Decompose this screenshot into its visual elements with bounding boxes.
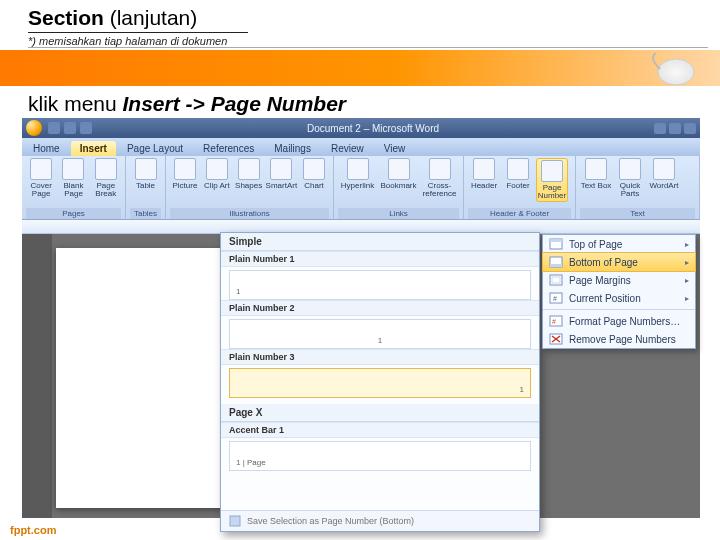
svg-rect-2 [230, 516, 240, 526]
slide-subtitle: *) memisahkan tiap halaman di dokumen [28, 33, 708, 48]
gallery-header-2: Page X [221, 404, 539, 422]
menu-remove-page-numbers[interactable]: Remove Page Numbers [543, 330, 695, 348]
btn-footer[interactable]: Footer [502, 158, 534, 202]
btn-picture[interactable]: Picture [170, 158, 200, 190]
ribbon: Cover Page Blank Page Page Break Pages T… [22, 156, 700, 220]
btn-wordart[interactable]: WordArt [648, 158, 680, 198]
tab-view[interactable]: View [375, 141, 415, 156]
gallery-entry-2[interactable]: 1 [229, 319, 531, 349]
group-pages: Pages [26, 208, 121, 219]
page-number-menu: Top of Page Bottom of Page Page Margins … [542, 234, 696, 349]
mouse-graphic [642, 48, 698, 88]
gallery-entry-1[interactable]: 1 [229, 270, 531, 300]
btn-cover-page[interactable]: Cover Page [26, 158, 56, 198]
btn-smartart[interactable]: SmartArt [266, 158, 298, 190]
svg-rect-6 [550, 264, 562, 267]
gallery-entry-4[interactable]: 1 | Page [229, 441, 531, 471]
btn-table[interactable]: Table [130, 158, 161, 190]
tab-insert[interactable]: Insert [71, 141, 116, 156]
tab-references[interactable]: References [194, 141, 263, 156]
left-gutter [22, 234, 52, 518]
window-controls[interactable] [654, 123, 696, 134]
footer-brand: fppt.com [10, 524, 56, 536]
cursor-icon: # [549, 292, 563, 304]
btn-text-box[interactable]: Text Box [580, 158, 612, 198]
btn-quick-parts[interactable]: Quick Parts [614, 158, 646, 198]
btn-header[interactable]: Header [468, 158, 500, 202]
btn-hyperlink[interactable]: Hyperlink [338, 158, 377, 198]
svg-point-1 [658, 59, 694, 85]
page-margins-icon [549, 274, 563, 286]
svg-text:#: # [552, 318, 556, 325]
menu-separator [543, 309, 695, 310]
gallery-entry-2-label: Plain Number 2 [221, 300, 539, 316]
tab-page-layout[interactable]: Page Layout [118, 141, 192, 156]
tab-review[interactable]: Review [322, 141, 373, 156]
quick-access-toolbar[interactable] [48, 122, 92, 134]
btn-page-break[interactable]: Page Break [91, 158, 121, 198]
save-icon [229, 515, 241, 527]
remove-icon [549, 333, 563, 345]
gallery-footer[interactable]: Save Selection as Page Number (Bottom) [221, 510, 539, 531]
menu-top-of-page[interactable]: Top of Page [543, 235, 695, 253]
decor-band [0, 50, 720, 86]
btn-page-number[interactable]: Page Number [536, 158, 568, 202]
slide-title: Section (lanjutan) [28, 6, 692, 30]
group-illustrations: Illustrations [170, 208, 329, 219]
window-title: Document 2 – Microsoft Word [307, 123, 439, 134]
btn-clip-art[interactable]: Clip Art [202, 158, 232, 190]
document-area: Simple Plain Number 1 1 Plain Number 2 1… [22, 234, 700, 518]
gallery-entry-1-label: Plain Number 1 [221, 251, 539, 267]
gallery-entry-3-label: Plain Number 3 [221, 349, 539, 365]
btn-bookmark[interactable]: Bookmark [379, 158, 418, 198]
btn-shapes[interactable]: Shapes [234, 158, 264, 190]
tab-mailings[interactable]: Mailings [265, 141, 320, 156]
tab-home[interactable]: Home [24, 141, 69, 156]
ribbon-tabs: Home Insert Page Layout References Maili… [22, 138, 700, 156]
menu-format-page-numbers[interactable]: #Format Page Numbers… [543, 312, 695, 330]
group-header-footer: Header & Footer [468, 208, 571, 219]
gallery-entry-3[interactable]: 1 [229, 368, 531, 398]
instruction-text: klik menu Insert -> Page Number [0, 86, 720, 120]
menu-page-margins[interactable]: Page Margins [543, 271, 695, 289]
group-links: Links [338, 208, 459, 219]
gallery-entry-4-label: Accent Bar 1 [221, 422, 539, 438]
btn-blank-page[interactable]: Blank Page [58, 158, 88, 198]
btn-cross-reference[interactable]: Cross-reference [420, 158, 459, 198]
group-tables: Tables [130, 208, 161, 219]
menu-current-position[interactable]: #Current Position [543, 289, 695, 307]
page-bottom-icon [549, 256, 563, 268]
format-icon: # [549, 315, 563, 327]
word-screenshot: Document 2 – Microsoft Word Home Insert … [22, 118, 700, 518]
group-text: Text [580, 208, 695, 219]
page-top-icon [549, 238, 563, 250]
menu-bottom-of-page[interactable]: Bottom of Page [542, 252, 696, 272]
svg-rect-4 [550, 239, 562, 242]
office-orb[interactable] [26, 120, 42, 136]
document-page[interactable] [56, 248, 226, 508]
btn-chart[interactable]: Chart [299, 158, 329, 190]
gallery-header: Simple [221, 233, 539, 251]
page-number-gallery: Simple Plain Number 1 1 Plain Number 2 1… [220, 232, 540, 532]
titlebar: Document 2 – Microsoft Word [22, 118, 700, 138]
svg-text:#: # [553, 295, 557, 302]
